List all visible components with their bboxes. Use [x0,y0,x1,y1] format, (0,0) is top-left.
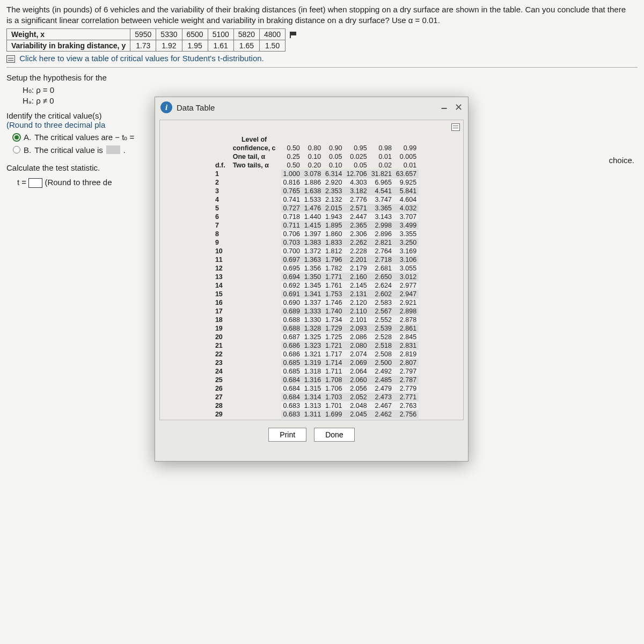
twotail-col: 0.10 [323,161,344,170]
t-value-cell: 0.688 [281,316,302,324]
t-value-cell: 2.763 [394,401,419,410]
t-value-cell: 3.143 [369,213,394,221]
t-table-row: 70.7111.4151.8952.3652.9983.499 [204,221,419,230]
t-value-cell: 2.998 [369,221,394,230]
t-value-cell: 0.685 [281,367,302,376]
option-b-letter: B. [24,145,31,155]
t-table-row: 250.6841.3161.7082.0602.4852.787 [204,376,419,384]
done-button[interactable]: Done [314,428,354,442]
t-value-cell: 2.947 [394,290,419,298]
df-cell: 4 [204,195,281,204]
t-value-cell: 3.012 [394,273,419,281]
t-value-cell: 2.306 [344,230,369,238]
df-cell: 5 [204,204,281,213]
t-value-cell: 2.365 [344,221,369,230]
t-table-row: 170.6891.3331.7402.1102.5672.898 [204,307,419,316]
t-value-cell: 1.753 [323,290,344,298]
weight-cell: 4800 [259,28,285,40]
setup-hypothesis-label: Setup the hypothesis for the [6,73,638,82]
t-value-cell: 2.060 [344,376,369,384]
radio-a[interactable] [13,134,20,141]
df-cell: ∞ [204,419,281,420]
t-value-cell: 2.056 [344,384,369,393]
t-value-cell: 0.684 [281,393,302,401]
t-answer-input[interactable] [28,178,42,188]
t-value-cell: 1.316 [302,376,323,384]
t-value-cell: 1.323 [302,341,323,350]
t-value-cell: 2.977 [394,281,419,290]
dialog-title: Data Table [177,103,215,112]
t-value-cell: 2.131 [344,290,369,298]
t-value-cell: 1.703 [323,393,344,401]
t-value-cell: 2.179 [344,264,369,273]
conf-col: 0.80 [302,144,323,152]
df-cell: 8 [204,230,281,238]
table-icon [6,55,15,63]
conf-col: 0.99 [394,144,419,152]
t-value-cell: 3.078 [302,170,323,178]
df-cell: 7 [204,221,281,230]
t-value-cell: 1.782 [323,264,344,273]
minimize-button[interactable]: – [441,105,447,110]
radio-b[interactable] [13,146,20,153]
twotail-col: 0.02 [369,161,394,170]
t-value-cell: 1.943 [323,213,344,221]
conf-col: 0.95 [344,144,369,152]
t-table-row: 11.0003.0786.31412.70631.82163.657 [204,170,419,178]
t-table-row: 290.6831.3111.6992.0452.4622.756 [204,410,419,419]
df-cell: 15 [204,290,281,298]
t-value-cell: 5.841 [394,187,419,195]
t-table-row: 160.6901.3371.7462.1202.5832.921 [204,298,419,307]
option-a-text: The critical values are − t₀ = [34,133,134,142]
t-value-cell: 1.000 [281,170,302,178]
t-value-cell: 0.684 [281,384,302,393]
null-hypothesis: H₀: ρ = 0 [23,85,638,95]
df-cell: 1 [204,170,281,178]
t-value-cell: 1.282 [302,419,323,420]
conf-label: confidence, c [231,144,281,152]
t-value-cell: 0.690 [281,298,302,307]
t-value-cell: 2.896 [369,230,394,238]
t-value-cell: 1.337 [302,298,323,307]
alpha-value: α = 0.01 [408,16,438,25]
t-value-cell: 4.541 [369,187,394,195]
df-cell: 25 [204,376,281,384]
t-value-cell: 1.330 [302,316,323,324]
t-value-cell: 1.699 [323,410,344,419]
t-value-cell: 2.771 [394,393,419,401]
dialog-body: Level of confidence, c 0.50 0.80 0.90 0.… [159,120,464,420]
weight-cell: 5100 [208,28,233,40]
flag-icon[interactable] [290,32,297,38]
onetail-col: 0.25 [281,152,302,161]
t-value-cell: 31.821 [369,170,394,178]
t-table-row: 40.7411.5332.1322.7763.7474.604 [204,195,419,204]
print-button[interactable]: Print [268,428,306,442]
df-label: d.f. [204,161,231,170]
link-text: Click here to view a table of critical v… [19,54,264,63]
t-value-cell: 1.315 [302,384,323,393]
t-value-cell: 0.741 [281,195,302,204]
t-value-cell: 3.365 [369,204,394,213]
df-cell: 14 [204,281,281,290]
t-value-cell: 1.333 [302,307,323,316]
t-value-cell: 1.476 [302,204,323,213]
t-value-cell: 0.684 [281,376,302,384]
t-table-link[interactable]: Click here to view a table of critical v… [6,54,638,63]
t-value-cell: 1.638 [302,187,323,195]
df-cell: 9 [204,238,281,247]
t-value-cell: 2.110 [344,307,369,316]
cutoff-text: choice. [609,156,634,165]
t-value-cell: 3.182 [344,187,369,195]
df-cell: 27 [204,393,281,401]
t-value-cell: 2.473 [369,393,394,401]
twotail-col: 0.20 [302,161,323,170]
df-cell: 17 [204,307,281,316]
t-value-cell: 2.518 [369,341,394,350]
t-value-cell: 1.895 [323,221,344,230]
close-button[interactable]: ✕ [455,101,463,113]
t-value-cell: 2.228 [344,247,369,255]
t-value-cell: 1.833 [323,238,344,247]
t-value-cell: 2.015 [323,204,344,213]
popout-icon[interactable] [451,123,460,131]
t-value-cell: 3.055 [394,264,419,273]
